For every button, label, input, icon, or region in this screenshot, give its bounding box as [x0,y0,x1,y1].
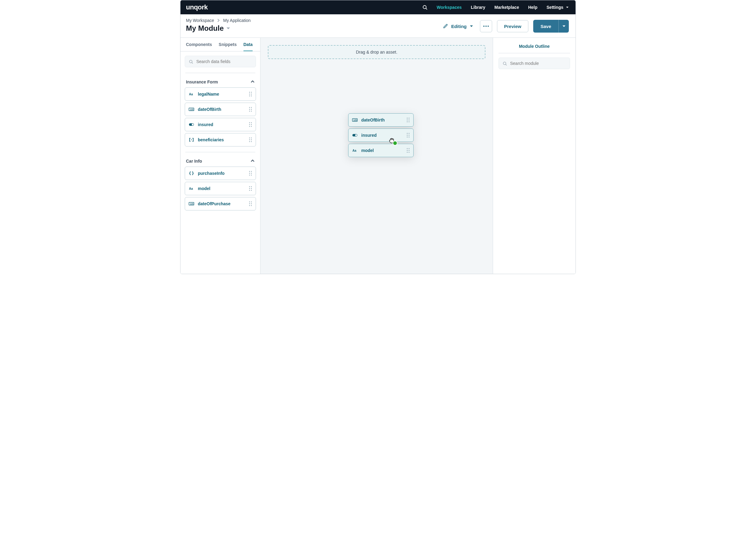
svg-point-72 [407,137,408,138]
svg-point-54 [249,203,250,204]
data-field[interactable]: 123dateOfBirth [185,103,256,116]
field-type-icon [189,123,194,126]
svg-point-2 [483,26,485,27]
svg-point-57 [251,205,252,206]
svg-text:Aa: Aa [189,93,193,96]
svg-point-34 [251,140,252,140]
tab-components[interactable]: Components [186,42,212,51]
left-panel: Components Snippets Data Insurance FormA… [180,38,261,274]
drag-handle-icon[interactable] [249,122,252,127]
svg-point-65 [409,121,410,122]
data-field[interactable]: AalegalName [185,87,256,101]
field-label: dateOfBirth [361,117,403,122]
svg-point-40 [251,173,252,174]
svg-point-29 [251,126,252,127]
data-field[interactable]: 123dateOfPurchase [185,197,256,211]
tab-data-label: Data [243,42,253,47]
field-label: purchaseInfo [198,171,245,176]
editing-mode-button[interactable]: Editing [441,21,475,31]
tab-snippets[interactable]: Snippets [219,42,237,51]
drag-handle-icon[interactable] [249,107,252,112]
svg-point-35 [249,141,250,142]
drag-preview-item: Aamodel [348,144,414,157]
crumb-application[interactable]: My Application [223,18,250,23]
data-field[interactable]: purchaseInfo [185,167,256,180]
drag-handle-icon[interactable] [249,171,252,176]
crumb-workspace[interactable]: My Workspace [186,18,214,23]
group-header[interactable]: Insurance Form [185,79,256,87]
data-field[interactable]: Aamodel [185,182,256,195]
save-dropdown-button[interactable] [558,20,569,33]
drag-handle-icon[interactable] [249,186,252,191]
chevron-right-icon [217,19,220,22]
drag-handle-icon[interactable] [249,201,252,206]
svg-point-11 [251,94,252,95]
svg-line-6 [192,62,193,63]
data-search[interactable] [185,56,256,67]
svg-point-20 [249,111,250,112]
svg-point-27 [251,124,252,125]
field-label: insured [361,133,403,138]
field-label: insured [198,122,245,127]
canvas[interactable]: Drag & drop an asset. 123dateOfBirthinsu… [261,38,493,274]
brand-logo[interactable]: unqork [186,3,208,11]
preview-button[interactable]: Preview [497,20,528,32]
page-title: My Module [186,24,224,33]
outline-search-input[interactable] [510,61,566,66]
svg-text:Aa: Aa [352,149,356,152]
field-label: dateOfPurchase [198,201,245,206]
data-field[interactable]: insured [185,118,256,131]
nav-help[interactable]: Help [528,5,537,10]
outline-title: Module Outline [498,43,570,53]
svg-point-4 [488,26,489,27]
app-frame: unqork Workspaces Library Marketplace He… [180,0,576,274]
svg-point-26 [249,124,250,125]
title-caret-icon[interactable] [226,26,230,30]
svg-point-31 [249,138,250,139]
drag-handle-icon[interactable] [249,92,252,97]
svg-point-78 [409,150,410,151]
svg-point-61 [409,118,410,119]
data-search-input[interactable] [196,59,252,64]
svg-point-24 [249,122,250,123]
global-search-button[interactable] [422,5,427,10]
drag-handle-icon [407,148,410,153]
field-label: beneficiaries [198,137,245,142]
left-tabs: Components Snippets Data [180,38,260,51]
drag-handle-icon [407,133,410,138]
save-button-group: Save [533,20,569,33]
dropzone[interactable]: Drag & drop an asset. [268,45,486,59]
svg-point-53 [251,202,252,203]
tab-snippets-label: Snippets [219,42,237,47]
nav-settings[interactable]: Settings [547,5,569,10]
nav-marketplace[interactable]: Marketplace [494,5,519,10]
field-label: dateOfBirth [198,107,245,112]
save-button[interactable]: Save [533,20,558,33]
svg-point-64 [407,121,408,122]
svg-point-8 [249,92,250,93]
pencil-icon [443,24,448,29]
group-title: Car Info [186,159,202,164]
nav-library[interactable]: Library [471,5,485,10]
nav-workspaces[interactable]: Workspaces [437,5,462,10]
group-header[interactable]: Car Info [185,158,256,167]
field-type-icon: Aa [352,149,358,152]
caret-down-icon [562,24,566,28]
drag-handle-icon[interactable] [249,137,252,142]
outline-search[interactable] [498,57,570,69]
more-actions-button[interactable] [480,20,492,32]
editing-label: Editing [451,24,467,29]
nav-help-label: Help [528,5,537,10]
left-panel-scroll: Insurance FormAalegalName123dateOfBirthi… [180,51,260,217]
tab-data[interactable]: Data [243,42,253,51]
breadcrumb: My Workspace My Application [186,18,435,23]
svg-point-9 [251,92,252,93]
svg-point-33 [249,140,250,140]
svg-point-30 [191,140,192,140]
svg-point-23 [192,124,194,125]
svg-point-76 [409,148,410,149]
svg-point-55 [251,203,252,204]
svg-text:Aa: Aa [189,187,193,190]
svg-point-21 [251,111,252,112]
data-field[interactable]: beneficiaries [185,133,256,147]
